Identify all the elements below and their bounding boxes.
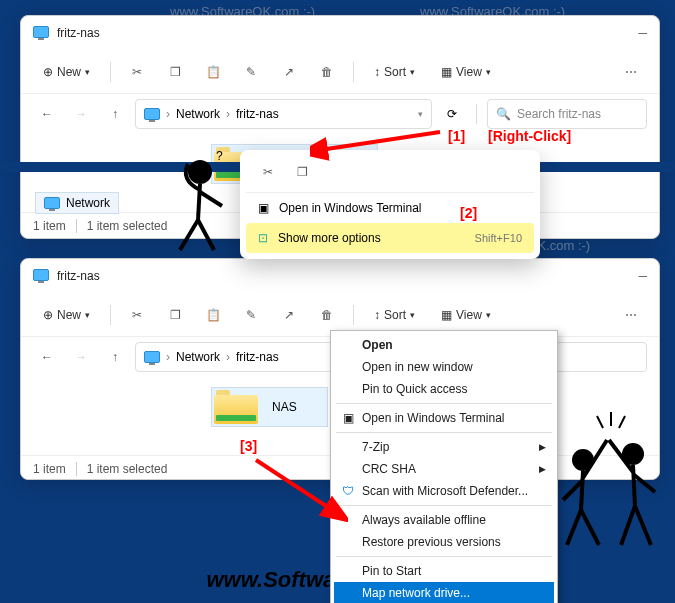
copy-icon[interactable]: ❐ xyxy=(288,160,316,184)
network-icon xyxy=(44,197,60,209)
ctx-pin-quick-access[interactable]: Pin to Quick access xyxy=(334,378,554,400)
ctx-label: Open in Windows Terminal xyxy=(279,201,422,215)
status-count: 1 item xyxy=(33,219,66,233)
minimize-button[interactable]: ─ xyxy=(638,26,647,40)
ctx-open-terminal[interactable]: ▣Open in Windows Terminal xyxy=(334,407,554,429)
breadcrumb-fritznas[interactable]: fritz-nas xyxy=(236,107,279,121)
sort-button[interactable]: ↕ Sort ▾ xyxy=(364,59,425,85)
toolbar: ⊕ New ▾ ✂ ❐ 📋 ✎ ↗ 🗑 ↕ Sort ▾ ▦ View ▾ ⋯ xyxy=(21,50,659,94)
separator xyxy=(336,403,552,404)
refresh-button[interactable]: ⟳ xyxy=(438,100,466,128)
ctx-shortcut: Shift+F10 xyxy=(475,232,522,244)
context-menu-classic: Open Open in new window Pin to Quick acc… xyxy=(330,330,558,603)
forward-button[interactable]: → xyxy=(67,100,95,128)
divider xyxy=(353,62,354,82)
divider xyxy=(110,62,111,82)
forward-button[interactable]: → xyxy=(67,343,95,371)
ctx-map-network-drive[interactable]: Map network drive... xyxy=(334,582,554,603)
breadcrumb-network[interactable]: Network xyxy=(176,350,220,364)
up-button[interactable]: ↑ xyxy=(101,100,129,128)
annot-rightclick: [Right-Click] xyxy=(488,128,571,144)
terminal-icon: ▣ xyxy=(258,201,269,215)
up-button[interactable]: ↑ xyxy=(101,343,129,371)
share-button[interactable]: ↗ xyxy=(273,299,305,331)
titlebar: fritz-nas ─ xyxy=(21,259,659,293)
annot-2: [2] xyxy=(460,205,477,221)
svg-line-22 xyxy=(619,416,625,428)
back-button[interactable]: ← xyxy=(33,343,61,371)
ctx-crc-sha[interactable]: CRC SHA▶ xyxy=(334,458,554,480)
svg-point-1 xyxy=(188,160,212,184)
ctx-restore-versions[interactable]: Restore previous versions xyxy=(334,531,554,553)
chevron-icon: › xyxy=(226,350,230,364)
ctx-open-terminal[interactable]: ▣ Open in Windows Terminal xyxy=(246,193,534,223)
ctx-open-new-window[interactable]: Open in new window xyxy=(334,356,554,378)
separator xyxy=(336,432,552,433)
sidebar-label: Network xyxy=(66,196,110,210)
folder-nas[interactable]: NAS xyxy=(211,387,328,427)
delete-button[interactable]: 🗑 xyxy=(311,56,343,88)
status-count: 1 item xyxy=(33,462,66,476)
view-button[interactable]: ▦ View ▾ xyxy=(431,302,501,328)
terminal-icon: ▣ xyxy=(340,411,356,425)
window-title: fritz-nas xyxy=(57,269,100,283)
annot-1: [1] xyxy=(448,128,465,144)
cut-button[interactable]: ✂ xyxy=(121,299,153,331)
chevron-right-icon: ▶ xyxy=(539,464,546,474)
divider xyxy=(76,462,77,476)
status-selected: 1 item selected xyxy=(87,462,168,476)
stick-figures-highfive xyxy=(555,400,675,560)
view-button[interactable]: ▦ View ▾ xyxy=(431,59,501,85)
rename-button[interactable]: ✎ xyxy=(235,56,267,88)
context-menu-new: ✂ ❐ ▣ Open in Windows Terminal ⊡ Show mo… xyxy=(240,150,540,259)
svg-line-11 xyxy=(581,510,599,545)
arrow-1 xyxy=(310,126,450,162)
new-button[interactable]: ⊕ New ▾ xyxy=(33,302,100,328)
more-button[interactable]: ⋯ xyxy=(615,299,647,331)
svg-line-0 xyxy=(320,132,440,150)
divider xyxy=(476,104,477,124)
sort-button[interactable]: ↕ Sort ▾ xyxy=(364,302,425,328)
svg-line-20 xyxy=(597,416,603,428)
folder-label: NAS xyxy=(272,400,297,414)
rename-button[interactable]: ✎ xyxy=(235,299,267,331)
share-button[interactable]: ↗ xyxy=(273,56,305,88)
breadcrumb-fritznas[interactable]: fritz-nas xyxy=(236,350,279,364)
more-button[interactable]: ⋯ xyxy=(615,56,647,88)
cut-icon[interactable]: ✂ xyxy=(254,160,282,184)
ctx-available-offline[interactable]: Always available offline xyxy=(334,509,554,531)
delete-button[interactable]: 🗑 xyxy=(311,299,343,331)
divider xyxy=(76,219,77,233)
breadcrumb[interactable]: › Network › fritz-nas ▾ xyxy=(135,99,432,129)
ctx-label: Show more options xyxy=(278,231,381,245)
chevron-right-icon: ▶ xyxy=(539,442,546,452)
svg-line-19 xyxy=(633,474,655,492)
minimize-button[interactable]: ─ xyxy=(638,269,647,283)
svg-line-10 xyxy=(567,510,581,545)
divider xyxy=(110,305,111,325)
copy-button[interactable]: ❐ xyxy=(159,56,191,88)
back-button[interactable]: ← xyxy=(33,100,61,128)
ctx-open[interactable]: Open xyxy=(334,334,554,356)
breadcrumb-network[interactable]: Network xyxy=(176,107,220,121)
svg-line-16 xyxy=(621,506,635,545)
cut-button[interactable]: ✂ xyxy=(121,56,153,88)
paste-button[interactable]: 📋 xyxy=(197,56,229,88)
sidebar-item-network[interactable]: Network xyxy=(35,192,119,214)
svg-line-5 xyxy=(198,220,214,250)
ctx-defender[interactable]: 🛡Scan with Microsoft Defender... xyxy=(334,480,554,502)
divider xyxy=(353,305,354,325)
monitor-icon xyxy=(33,26,49,40)
paste-button[interactable]: 📋 xyxy=(197,299,229,331)
chevron-down-icon[interactable]: ▾ xyxy=(418,109,423,119)
monitor-icon xyxy=(144,108,160,120)
ctx-7zip[interactable]: 7-Zip▶ xyxy=(334,436,554,458)
new-button[interactable]: ⊕ New ▾ xyxy=(33,59,100,85)
stick-figure-thinking: ? xyxy=(150,150,240,260)
ctx-pin-start[interactable]: Pin to Start xyxy=(334,560,554,582)
monitor-icon xyxy=(144,351,160,363)
search-input[interactable]: 🔍 Search fritz-nas xyxy=(487,99,647,129)
ctx-show-more-options[interactable]: ⊡ Show more options Shift+F10 xyxy=(246,223,534,253)
titlebar: fritz-nas ─ xyxy=(21,16,659,50)
copy-button[interactable]: ❐ xyxy=(159,299,191,331)
